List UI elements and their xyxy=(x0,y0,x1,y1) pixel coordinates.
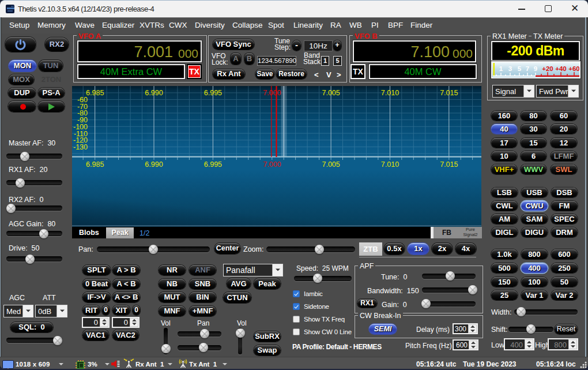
svg-text:+60: +60 xyxy=(568,65,579,72)
svg-text:5: 5 xyxy=(518,65,522,72)
svg-text:6.985: 6.985 xyxy=(86,89,104,97)
svg-text:7.015: 7.015 xyxy=(440,160,458,169)
svg-text:6.995: 6.995 xyxy=(204,160,222,169)
svg-text:7.015: 7.015 xyxy=(440,89,458,97)
svg-text:7.005: 7.005 xyxy=(322,160,340,169)
svg-text:7.010: 7.010 xyxy=(381,89,399,97)
svg-text:9: 9 xyxy=(534,65,537,72)
svg-text:1: 1 xyxy=(499,65,503,72)
svg-text:6.995: 6.995 xyxy=(204,89,222,97)
svg-text:7.005: 7.005 xyxy=(322,89,340,97)
svg-text:7.000: 7.000 xyxy=(263,89,281,97)
svg-text:+40: +40 xyxy=(555,65,567,72)
svg-text:6.990: 6.990 xyxy=(145,89,163,97)
svg-text:7.000: 7.000 xyxy=(263,160,281,169)
svg-text:-130: -130 xyxy=(73,143,88,151)
svg-text:7: 7 xyxy=(526,65,529,72)
svg-text:6.985: 6.985 xyxy=(86,160,104,169)
svg-text:+20: +20 xyxy=(542,65,553,72)
svg-text:6.990: 6.990 xyxy=(145,160,163,169)
svg-text:3: 3 xyxy=(508,65,512,72)
svg-text:7.010: 7.010 xyxy=(381,160,399,169)
